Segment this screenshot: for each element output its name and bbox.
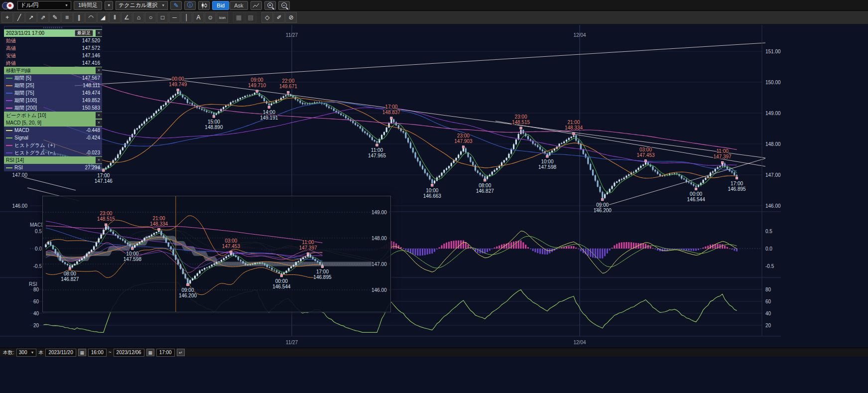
bid-button[interactable]: Bid xyxy=(212,1,229,10)
ellipse-tool[interactable]: ○ xyxy=(145,12,156,23)
svg-text:147.146: 147.146 xyxy=(95,178,113,184)
info-button[interactable]: ⓘ xyxy=(184,1,196,10)
close-icon[interactable]: × xyxy=(96,120,102,126)
ohlc-label: 高値 xyxy=(6,46,16,51)
range-separator: ~ xyxy=(109,350,112,355)
stamp-tool[interactable]: ☺ xyxy=(205,12,216,23)
draw-edit-button[interactable]: ✎ xyxy=(170,1,182,10)
to-date-input[interactable]: 2023/12/06 xyxy=(114,349,144,357)
ohlc-label: 終値 xyxy=(6,61,16,66)
ask-button[interactable]: Ask xyxy=(230,1,248,10)
svg-text:147.453: 147.453 xyxy=(636,152,655,158)
clear-all-tool[interactable]: ⊘ xyxy=(285,12,297,23)
svg-text:23:00: 23:00 xyxy=(514,114,527,120)
indicator-value: 150.583 xyxy=(82,106,100,111)
indicator-label: 期間 [75] xyxy=(14,91,34,96)
close-icon[interactable]: × xyxy=(96,30,102,36)
to-time-input[interactable]: 17:00 xyxy=(156,349,175,357)
horizontal-lines-tool-icon: ≡ xyxy=(65,14,69,21)
from-date-input[interactable]: 2023/11/20 xyxy=(45,349,76,357)
top-toolbar: ドル/円 ▼ 1時間足 ▼ テクニカル選択 ▼ ✎ ⓘ Bid Ask + − xyxy=(0,0,868,11)
crosshair-tool-icon: + xyxy=(5,14,9,21)
icon-stamp-tool[interactable]: icon xyxy=(217,12,228,23)
peak-bottom-annotations: 17:00147.14600:00149.74915:00148.89009:0… xyxy=(95,76,746,213)
svg-text:147.00: 147.00 xyxy=(765,172,781,178)
indicator-row: 期間 [200]150.583 xyxy=(4,104,102,112)
chart-settings-button[interactable] xyxy=(250,1,262,10)
from-time-input[interactable]: 16:00 xyxy=(88,349,107,357)
eraser-tool[interactable]: ◇ xyxy=(261,12,273,23)
svg-text:147.903: 147.903 xyxy=(454,138,473,144)
gann-fan-tool[interactable]: ◢ xyxy=(97,12,109,23)
jump-latest-button[interactable]: ↵ xyxy=(177,349,185,356)
timeframe-dropdown-button[interactable]: ▼ xyxy=(105,1,113,10)
indicator-label: 期間 [200] xyxy=(14,106,37,111)
parallel-lines-tool-icon: ∥ xyxy=(78,14,81,21)
svg-text:146.827: 146.827 xyxy=(476,188,495,194)
close-icon[interactable]: × xyxy=(96,157,102,163)
angle-line-tool[interactable]: ∠ xyxy=(121,12,132,23)
zoom-in-button[interactable]: + xyxy=(264,1,276,10)
fibonacci-arc-tool[interactable]: ◠ xyxy=(85,12,97,23)
data-window-header: 2023/11/21 17:00最新足× xyxy=(4,29,102,37)
horizontal-lines-tool[interactable]: ≡ xyxy=(61,12,73,23)
svg-text:146.544: 146.544 xyxy=(272,284,291,289)
gann-fan-tool-icon: ◢ xyxy=(101,14,105,21)
ohlc-label: 始値 xyxy=(6,38,16,43)
from-date-calendar-button[interactable]: ▦ xyxy=(78,349,86,356)
bars-unit-label: 本 xyxy=(38,349,43,356)
pair-label: ドル/円 xyxy=(20,1,39,9)
indicator-label: Signal xyxy=(14,135,28,140)
indicator-row: 期間 [25]148.111 xyxy=(4,82,102,89)
panel-drag-handle[interactable] xyxy=(4,26,102,29)
svg-text:20: 20 xyxy=(33,323,39,328)
vertical-lines-tool[interactable]: ‖ xyxy=(109,12,121,23)
pencil-tool-icon: ✎ xyxy=(52,14,57,21)
indicator-row: 期間 [5]147.567 xyxy=(4,74,102,82)
close-icon[interactable]: × xyxy=(96,112,102,119)
technical-select[interactable]: テクニカル選択 ▼ xyxy=(116,1,168,10)
parallel-lines-tool[interactable]: ∥ xyxy=(73,12,85,23)
zoom-chart-window[interactable]: 149.00148.00147.00146.0008:00146.82723:0… xyxy=(42,196,391,312)
return-arrow-icon: ↵ xyxy=(179,350,183,355)
latest-candle-button[interactable]: 最新足 xyxy=(75,30,93,36)
text-tool[interactable]: A xyxy=(193,12,204,23)
to-date-calendar-button[interactable]: ▦ xyxy=(146,349,154,356)
horizontal-bar-tool[interactable]: ─ xyxy=(169,12,180,23)
timeframe-button[interactable]: 1時間足 xyxy=(74,1,102,10)
svg-text:146.00: 146.00 xyxy=(12,203,27,209)
svg-text:60: 60 xyxy=(33,299,39,304)
line-chart-icon xyxy=(252,2,259,9)
line-swatch xyxy=(6,130,12,131)
extended-line-tool[interactable]: ⇗ xyxy=(37,12,49,23)
close-icon[interactable]: × xyxy=(96,67,102,74)
zoom-out-button[interactable]: − xyxy=(278,1,290,10)
pair-select[interactable]: ドル/円 ▼ xyxy=(17,1,71,10)
chevron-down-icon: ▼ xyxy=(161,3,165,7)
chart-type-button[interactable] xyxy=(198,1,210,10)
ohlc-open-row: 始値147.520 xyxy=(4,37,102,44)
vertical-bar-tool[interactable]: │ xyxy=(181,12,192,23)
brush-tool[interactable]: ✐ xyxy=(273,12,285,23)
svg-text:15:00: 15:00 xyxy=(208,119,220,125)
svg-text:149.191: 149.191 xyxy=(260,115,278,121)
bars-count-select[interactable]: 300 ▼ xyxy=(16,349,37,357)
bars-count-label: 本数: xyxy=(3,349,14,356)
svg-text:148.00: 148.00 xyxy=(372,236,387,241)
indicator-row: ヒストグラム（−）-0.023 xyxy=(4,149,102,156)
pentagon-tool[interactable]: ⌂ xyxy=(133,12,144,23)
svg-text:146.544: 146.544 xyxy=(687,197,706,202)
svg-text:147.598: 147.598 xyxy=(538,164,557,170)
text-tool-icon: A xyxy=(196,14,200,21)
svg-text:-0.5: -0.5 xyxy=(765,263,774,269)
indicator-section-header: 移動平均線× xyxy=(4,67,102,74)
rectangle-tool[interactable]: □ xyxy=(157,12,168,23)
indicator-value: -0.424 xyxy=(86,135,100,140)
pencil-tool[interactable]: ✎ xyxy=(49,12,61,23)
indicator-row: Signal-0.424 xyxy=(4,134,102,141)
data-window-panel[interactable]: 2023/11/21 17:00最新足×始値147.520高値147.572安値… xyxy=(4,26,102,171)
ray-line-tool[interactable]: ↗ xyxy=(25,12,37,23)
svg-text:146.663: 146.663 xyxy=(423,193,442,199)
crosshair-tool[interactable]: + xyxy=(1,12,13,23)
trendline-tool[interactable]: ╱ xyxy=(13,12,25,23)
